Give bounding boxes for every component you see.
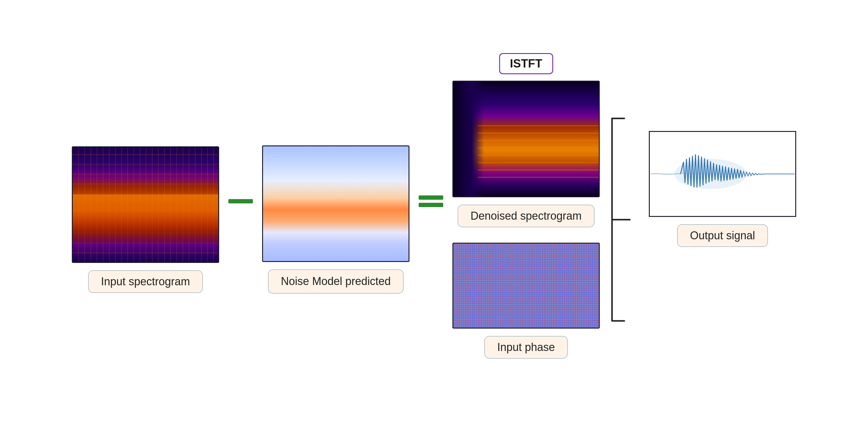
denoised-spectrogram-block: Denoised spectrogram: [453, 81, 600, 227]
input-spectrogram-block: Input spectrogram: [72, 146, 219, 293]
bracket-connector: [606, 81, 630, 358]
input-phase-image: [453, 243, 600, 328]
noise-model-image: [262, 146, 409, 262]
input-phase-block: Input phase: [453, 243, 600, 358]
bracket-svg: [606, 94, 630, 345]
equals-operator: [418, 195, 443, 207]
diagram-container: Input spectrogram Noise Model predicted …: [0, 0, 868, 439]
input-phase-label: Input phase: [484, 336, 568, 358]
minus-operator: [228, 199, 253, 203]
input-spectrogram-label: Input spectrogram: [88, 270, 203, 293]
output-signal-label: Output signal: [677, 224, 768, 247]
svg-point-3: [674, 159, 746, 189]
minus-line: [228, 199, 253, 203]
noise-model-block: Noise Model predicted: [262, 146, 409, 293]
input-spectrogram-image: [72, 146, 219, 263]
eq-line-1: [418, 195, 443, 200]
eq-line-2: [418, 203, 443, 207]
waveform-svg: [650, 132, 795, 216]
noise-model-label: Noise Model predicted: [268, 269, 404, 293]
denoised-spectrogram-image: [453, 81, 600, 197]
output-signal-image: [649, 131, 796, 217]
denoised-spectrogram-label: Denoised spectrogram: [458, 205, 594, 227]
istft-badge: ISTFT: [499, 53, 553, 74]
output-block: Output signal: [649, 131, 796, 247]
